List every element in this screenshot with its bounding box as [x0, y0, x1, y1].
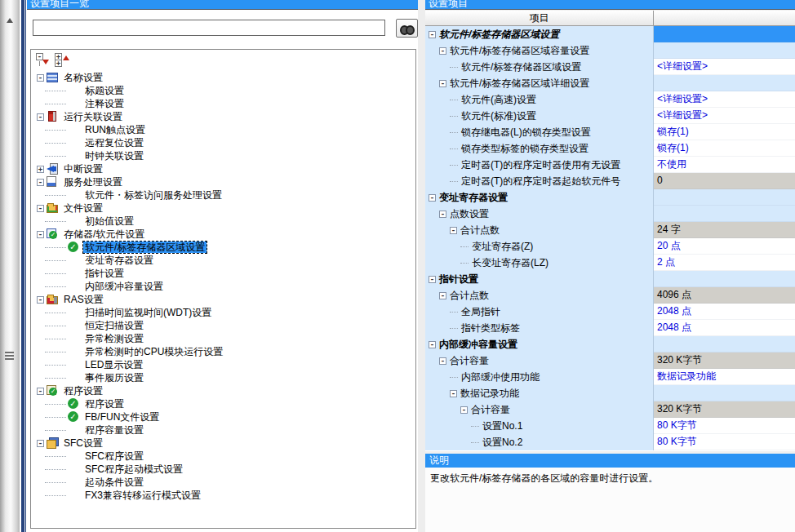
- property-label-cell[interactable]: -合计容量: [425, 352, 654, 369]
- row-expander-icon[interactable]: -: [439, 357, 446, 365]
- tree-expander-icon[interactable]: -: [37, 231, 44, 238]
- expand-all-button[interactable]: + +: [55, 53, 69, 67]
- left-dock-scrollbar[interactable]: [0, 0, 20, 532]
- tree-item[interactable]: 异常检测设置: [31, 332, 415, 345]
- tree-item[interactable]: RUN触点设置: [31, 123, 415, 136]
- property-value[interactable]: <详细设置>: [654, 91, 795, 108]
- collapse-all-button[interactable]: -: [36, 53, 51, 67]
- property-value[interactable]: 80 K字节: [654, 434, 795, 450]
- tree-item[interactable]: 注释设置: [31, 97, 415, 110]
- property-label-cell[interactable]: 变址寄存器(Z): [425, 238, 654, 255]
- row-expander-icon[interactable]: -: [439, 47, 446, 55]
- tree-item[interactable]: 标题设置: [31, 84, 415, 97]
- property-label-cell[interactable]: -数据记录功能: [425, 385, 654, 401]
- property-label-cell[interactable]: 定时器(T)的程序定时器起始软元件号: [425, 173, 654, 189]
- property-label-cell[interactable]: 软元件/标签存储器区域设置: [425, 59, 654, 75]
- dock-grip-icon[interactable]: [5, 352, 14, 361]
- property-label-cell[interactable]: -点数设置: [425, 206, 654, 222]
- property-value[interactable]: 2048 点: [654, 304, 795, 320]
- tree-item[interactable]: 异常检测时的CPU模块运行设置: [31, 345, 415, 358]
- tree-expander-icon[interactable]: -: [37, 440, 44, 447]
- tree-item[interactable]: 起动条件设置: [31, 476, 415, 489]
- property-value[interactable]: <详细设置>: [654, 108, 795, 124]
- tree-item[interactable]: FX3兼容转移运行模式设置: [31, 489, 415, 502]
- property-label-cell[interactable]: 软元件(高速)设置: [425, 91, 654, 108]
- tree-item[interactable]: 事件履历设置: [31, 371, 415, 384]
- property-label-cell[interactable]: 内部缓冲使用功能: [425, 369, 654, 385]
- property-label-cell[interactable]: -合计点数: [425, 287, 654, 304]
- tree-item[interactable]: 变址寄存器设置: [31, 254, 415, 267]
- tree-item[interactable]: 初始值设置: [31, 215, 415, 228]
- tree-item[interactable]: 内部缓冲容量设置: [31, 280, 415, 293]
- property-value[interactable]: <详细设置>: [654, 59, 795, 75]
- tree-expander-icon[interactable]: -: [37, 296, 44, 304]
- property-value[interactable]: 20 点: [654, 238, 795, 255]
- tree-expander-icon[interactable]: -: [37, 388, 44, 395]
- search-button[interactable]: [396, 19, 418, 38]
- tree-item[interactable]: 软元件・标签访问服务处理设置: [31, 188, 415, 202]
- row-expander-icon[interactable]: -: [450, 390, 457, 397]
- row-expander-icon[interactable]: -: [439, 292, 446, 299]
- property-label-cell[interactable]: -内部缓冲容量设置: [425, 336, 654, 352]
- tree-item[interactable]: 扫描时间监视时间(WDT)设置: [31, 306, 415, 319]
- property-value[interactable]: 320 K字节: [654, 352, 795, 369]
- property-label-cell[interactable]: 设置No.1: [425, 418, 654, 434]
- tree-item[interactable]: 恒定扫描设置: [31, 319, 415, 332]
- property-value[interactable]: 24 字: [654, 222, 795, 238]
- row-expander-icon[interactable]: -: [439, 211, 446, 218]
- tree-item[interactable]: SFC程序起动模式设置: [31, 463, 415, 476]
- row-expander-icon[interactable]: -: [429, 276, 436, 283]
- property-value[interactable]: 数据记录功能: [654, 369, 795, 385]
- tree-item[interactable]: 软元件/标签存储器区域设置: [31, 241, 415, 254]
- property-label-cell[interactable]: -合计容量: [425, 401, 654, 418]
- property-label-cell[interactable]: 锁存继电器(L)的锁存类型设置: [425, 124, 654, 140]
- tree-expander-icon[interactable]: -: [37, 205, 44, 212]
- row-expander-icon[interactable]: -: [429, 194, 436, 202]
- row-expander-icon[interactable]: -: [439, 80, 446, 87]
- search-input[interactable]: [33, 20, 385, 36]
- property-value[interactable]: 2048 点: [654, 320, 795, 336]
- property-label-cell[interactable]: 设置No.2: [425, 434, 654, 450]
- panel-splitter[interactable]: [418, 0, 425, 532]
- property-label-cell[interactable]: -合计点数: [425, 222, 654, 238]
- tree-item[interactable]: -程序设置: [31, 384, 415, 397]
- property-label-cell[interactable]: 指针类型标签: [425, 320, 654, 336]
- tree-expander-icon[interactable]: -: [37, 74, 44, 82]
- tree-item[interactable]: SFC程序设置: [31, 450, 415, 463]
- property-value[interactable]: 锁存(1): [654, 140, 795, 157]
- tree-expander-icon[interactable]: -: [37, 179, 44, 186]
- property-value[interactable]: 80 K字节: [654, 418, 795, 434]
- row-expander-icon[interactable]: -: [429, 341, 436, 348]
- tree-item[interactable]: -文件设置: [31, 202, 415, 215]
- tree-item[interactable]: 程序容量设置: [31, 423, 415, 437]
- property-label-cell[interactable]: 锁存类型标签的锁存类型设置: [425, 140, 654, 157]
- tree-item[interactable]: +中断设置: [31, 162, 415, 175]
- property-value[interactable]: 不使用: [654, 157, 795, 173]
- property-label-cell[interactable]: 全局指针: [425, 304, 654, 320]
- property-label-cell[interactable]: 长变址寄存器(LZ): [425, 255, 654, 271]
- property-value[interactable]: 锁存(1): [654, 124, 795, 140]
- row-expander-icon[interactable]: -: [450, 227, 457, 234]
- tree-expander-icon[interactable]: +: [37, 166, 44, 173]
- tree-item[interactable]: -名称设置: [31, 71, 415, 84]
- property-value[interactable]: 2 点: [654, 255, 795, 271]
- property-label-cell[interactable]: 软元件(标准)设置: [425, 108, 654, 124]
- property-value[interactable]: [654, 26, 795, 42]
- tree-expander-icon[interactable]: -: [37, 113, 44, 121]
- row-expander-icon[interactable]: -: [429, 31, 436, 38]
- tree-item[interactable]: 远程复位设置: [31, 136, 415, 149]
- property-value[interactable]: 4096 点: [654, 287, 795, 304]
- scroll-up-icon[interactable]: [7, 18, 13, 23]
- property-label-cell[interactable]: -软元件/标签存储器区域详细设置: [425, 75, 654, 91]
- property-label-cell[interactable]: 定时器(T)的程序定时器使用有无设置: [425, 157, 654, 173]
- tree-item[interactable]: -存储器/软元件设置: [31, 228, 415, 241]
- property-value[interactable]: 0: [654, 173, 795, 189]
- tree-item[interactable]: 时钟关联设置: [31, 149, 415, 162]
- tree-item[interactable]: -服务处理设置: [31, 175, 415, 188]
- tree-item[interactable]: -RAS设置: [31, 293, 415, 306]
- property-label-cell[interactable]: -软元件/标签存储器区域容量设置: [425, 42, 654, 59]
- property-label-cell[interactable]: -变址寄存器设置: [425, 189, 654, 206]
- tree-item[interactable]: 程序设置: [31, 397, 415, 410]
- tree-item[interactable]: 指针设置: [31, 267, 415, 280]
- tree-item[interactable]: -SFC设置: [31, 437, 415, 450]
